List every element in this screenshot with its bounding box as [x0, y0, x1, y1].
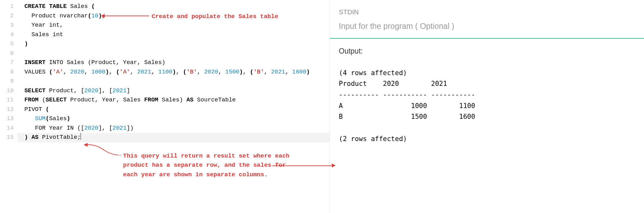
code-line[interactable]: INSERT INTO Sales (Product, Year, Sales) [24, 58, 330, 68]
output-text: (4 rows affected) Product 2020 2021 ----… [339, 68, 635, 144]
annotation-text-2: This query will return a result set wher… [123, 152, 290, 179]
io-pane: STDIN Output: (4 rows affected) Product … [330, 0, 644, 213]
annotation-arrow-head-right [332, 164, 336, 167]
code-line[interactable]: ) [24, 39, 330, 49]
stdin-label: STDIN [339, 7, 635, 17]
line-number: 4 [0, 30, 14, 40]
code-line[interactable]: PIVOT ( [24, 105, 330, 114]
output-section: Output: (4 rows affected) Product 2020 2… [330, 39, 644, 213]
code-line[interactable]: FROM (SELECT Product, Year, Sales FROM S… [24, 95, 330, 105]
line-number: 11 [0, 95, 14, 105]
annotation-arrow-curve [87, 143, 122, 155]
line-number: 6 [0, 49, 14, 58]
code-line[interactable]: ) AS PivotTable; [24, 133, 330, 142]
line-number: 2 [0, 11, 14, 21]
code-line[interactable]: VALUES ('A', 2020, 1000), ('A', 2021, 11… [24, 68, 330, 77]
line-number: 10 [0, 86, 14, 96]
code-line[interactable]: Sales int [24, 30, 330, 40]
line-number: 3 [0, 21, 14, 30]
code-line[interactable] [24, 49, 330, 58]
stdin-input[interactable] [339, 22, 635, 31]
line-number: 13 [0, 114, 14, 124]
code-line[interactable]: Year int, [24, 21, 330, 30]
code-line[interactable]: SELECT Product, [2020], [2021] [24, 86, 330, 96]
code-line[interactable]: SUM(Sales) [24, 114, 330, 124]
code-line[interactable] [24, 77, 330, 86]
code-line[interactable]: FOR Year IN ([2020], [2021]) [24, 124, 330, 133]
code-line[interactable]: CREATE TABLE Sales ( [24, 2, 330, 11]
code-editor-pane: 123456789101112131415 CREATE TABLE Sales… [0, 0, 330, 213]
line-number: 8 [0, 68, 14, 77]
stdin-section: STDIN [330, 0, 644, 39]
line-number: 1 [0, 2, 14, 11]
annotation-arrow-line [272, 165, 332, 166]
annotation-arrow-head [101, 14, 105, 18]
code-area[interactable]: CREATE TABLE Sales ( Product nvarchar(10… [17, 0, 330, 213]
annotation-text-1: Create and populate the Sales table [152, 12, 278, 21]
output-label: Output: [339, 46, 635, 57]
line-number: 14 [0, 124, 14, 133]
annotation-arrow-line [105, 16, 149, 16]
line-number-gutter: 123456789101112131415 [0, 0, 17, 213]
line-number: 12 [0, 105, 14, 114]
line-number: 9 [0, 77, 14, 86]
line-number: 5 [0, 39, 14, 49]
line-number: 15 [0, 133, 14, 142]
line-number: 7 [0, 58, 14, 68]
